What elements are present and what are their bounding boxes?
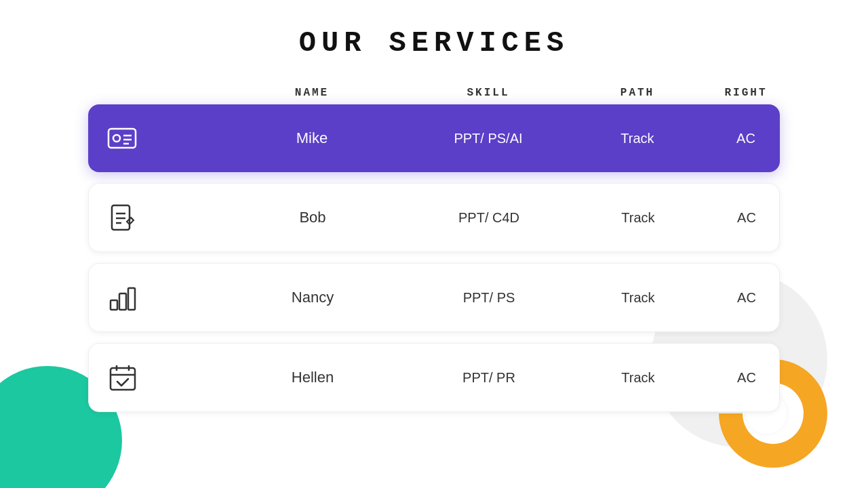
- row-skill: PPT/ PR: [462, 370, 515, 386]
- col-header-skill: SKILL: [400, 87, 576, 99]
- row-skill: PPT/ PS: [463, 290, 515, 306]
- row-right-cell: AC: [699, 290, 794, 306]
- row-right: AC: [737, 370, 756, 386]
- table-row[interactable]: Nancy PPT/ PS Track AC: [88, 263, 780, 332]
- svg-point-1: [113, 135, 120, 142]
- col-header-path: PATH: [576, 87, 698, 99]
- row-skill-cell: PPT/ PS/AI: [400, 131, 576, 146]
- svg-rect-10: [111, 300, 117, 310]
- services-table: NAME SKILL PATH RIGHT Mike: [88, 87, 780, 423]
- table-row[interactable]: Hellen PPT/ PR Track AC: [88, 343, 780, 412]
- bar-chart-icon: [102, 277, 143, 318]
- row-path-cell: Track: [577, 290, 699, 306]
- row-path-cell: Track: [576, 131, 698, 146]
- svg-rect-11: [119, 293, 126, 310]
- row-name-cell: Hellen: [224, 369, 401, 386]
- row-name: Hellen: [292, 369, 334, 386]
- row-name-cell: Nancy: [224, 289, 401, 306]
- row-right: AC: [737, 210, 756, 226]
- row-skill-cell: PPT/ C4D: [401, 210, 577, 226]
- col-header-right: RIGHT: [698, 87, 793, 99]
- page-title: OUR SERVICES: [299, 27, 569, 60]
- table-header: NAME SKILL PATH RIGHT: [88, 87, 780, 99]
- main-content: OUR SERVICES NAME SKILL PATH RIGHT: [0, 0, 868, 423]
- svg-rect-12: [128, 288, 135, 310]
- table-row[interactable]: Bob PPT/ C4D Track AC: [88, 183, 780, 252]
- svg-line-9: [131, 218, 134, 220]
- col-header-name: NAME: [224, 87, 400, 99]
- row-path: Track: [621, 210, 654, 226]
- row-skill: PPT/ C4D: [458, 210, 519, 226]
- row-name-cell: Bob: [224, 209, 401, 226]
- row-icon-cell: [102, 357, 224, 398]
- row-skill-cell: PPT/ PS: [401, 290, 577, 306]
- calendar-check-icon: [102, 357, 143, 398]
- row-name: Bob: [299, 209, 326, 226]
- row-name: Nancy: [292, 289, 334, 306]
- row-name-cell: Mike: [224, 129, 400, 147]
- row-path: Track: [621, 290, 654, 306]
- row-path: Track: [621, 370, 654, 386]
- row-right: AC: [736, 131, 755, 146]
- row-path: Track: [620, 131, 654, 146]
- row-name: Mike: [296, 129, 328, 147]
- row-icon-cell: [102, 277, 224, 318]
- col-header-icon: [102, 87, 224, 99]
- row-path-cell: Track: [577, 210, 699, 226]
- table-row[interactable]: Mike PPT/ PS/AI Track AC: [88, 104, 780, 172]
- row-path-cell: Track: [577, 370, 699, 386]
- row-right-cell: AC: [699, 210, 794, 226]
- row-skill-cell: PPT/ PR: [401, 370, 577, 386]
- row-right: AC: [737, 290, 756, 306]
- row-icon-cell: [102, 197, 224, 238]
- row-skill: PPT/ PS/AI: [454, 131, 522, 146]
- clipboard-edit-icon: [102, 197, 143, 238]
- row-icon-cell: [102, 118, 224, 159]
- svg-rect-13: [111, 368, 135, 390]
- id-card-icon: [102, 118, 142, 159]
- row-right-cell: AC: [698, 131, 793, 146]
- row-right-cell: AC: [699, 370, 794, 386]
